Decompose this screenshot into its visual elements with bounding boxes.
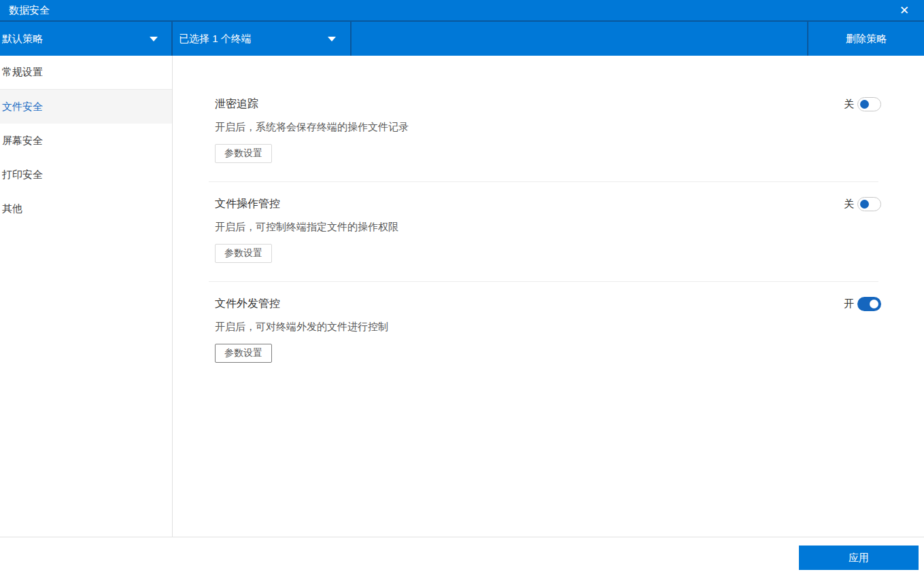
setting-description: 开启后，可对终端外发的文件进行控制 xyxy=(215,320,881,334)
chevron-down-icon xyxy=(328,37,336,41)
setting-description: 开启后，可控制终端指定文件的操作权限 xyxy=(215,220,881,234)
sidebar-item-label: 其他 xyxy=(2,202,22,215)
setting-title: 文件外发管控 xyxy=(215,298,881,309)
toggle-state-label: 关 xyxy=(844,198,854,211)
close-button[interactable]: ✕ xyxy=(891,0,917,20)
setting-title: 文件操作管控 xyxy=(215,198,881,209)
terminal-dropdown-label: 已选择 1 个终端 xyxy=(179,33,252,46)
section-divider xyxy=(209,181,878,182)
terminal-dropdown[interactable]: 已选择 1 个终端 xyxy=(173,22,352,56)
setting-section-file-operation-control: 文件操作管控 关 开启后，可控制终端指定文件的操作权限 参数设置 xyxy=(215,198,881,263)
toggle-row: 关 xyxy=(844,197,881,211)
sidebar-item-file-security[interactable]: 文件安全 xyxy=(0,90,172,124)
apply-button[interactable]: 应用 xyxy=(799,546,919,570)
toggle-knob xyxy=(860,200,869,209)
toggle-row: 关 xyxy=(844,97,881,111)
sidebar-item-label: 屏幕安全 xyxy=(2,135,43,147)
chevron-down-icon xyxy=(150,37,158,41)
close-icon: ✕ xyxy=(900,5,909,16)
param-settings-button[interactable]: 参数设置 xyxy=(215,144,272,163)
titlebar: 数据安全 ✕ xyxy=(0,0,924,20)
setting-title: 泄密追踪 xyxy=(215,99,881,109)
footer: 应用 xyxy=(0,537,924,572)
sidebar-item-print-security[interactable]: 打印安全 xyxy=(0,158,172,192)
sidebar-item-general-settings[interactable]: 常规设置 xyxy=(0,56,172,90)
sidebar-item-label: 文件安全 xyxy=(2,101,43,113)
param-settings-button[interactable]: 参数设置 xyxy=(215,244,272,263)
toolbar-spacer xyxy=(352,22,807,56)
policy-dropdown[interactable]: 默认策略 xyxy=(0,22,173,56)
toggle-row: 开 xyxy=(844,297,881,311)
section-divider xyxy=(209,281,878,282)
sidebar-item-label: 打印安全 xyxy=(2,168,43,181)
toolbar: 默认策略 已选择 1 个终端 删除策略 xyxy=(0,20,924,56)
sidebar-item-screen-security[interactable]: 屏幕安全 xyxy=(0,124,172,158)
setting-description: 开启后，系统将会保存终端的操作文件记录 xyxy=(215,120,881,134)
setting-section-file-outgoing-control: 文件外发管控 开 开启后，可对终端外发的文件进行控制 参数设置 xyxy=(215,298,881,363)
param-settings-button[interactable]: 参数设置 xyxy=(215,344,272,363)
toggle-state-label: 开 xyxy=(844,298,854,310)
sidebar: 常规设置 文件安全 屏幕安全 打印安全 其他 xyxy=(0,56,173,537)
leak-tracking-toggle[interactable] xyxy=(857,97,881,111)
window-title: 数据安全 xyxy=(9,4,50,17)
policy-dropdown-label: 默认策略 xyxy=(2,33,43,46)
toggle-state-label: 关 xyxy=(844,98,854,111)
toggle-knob xyxy=(870,300,878,308)
delete-policy-button[interactable]: 删除策略 xyxy=(807,22,924,56)
settings-panel: 泄密追踪 关 开启后，系统将会保存终端的操作文件记录 参数设置 文件操作管控 关… xyxy=(173,56,924,537)
body: 常规设置 文件安全 屏幕安全 打印安全 其他 泄密追踪 关 开 xyxy=(0,56,924,537)
data-security-window: 数据安全 ✕ 默认策略 已选择 1 个终端 删除策略 常规设置 文件安全 屏幕安… xyxy=(0,0,924,572)
file-operation-control-toggle[interactable] xyxy=(857,197,881,211)
toggle-knob xyxy=(860,100,869,109)
setting-section-leak-tracking: 泄密追踪 关 开启后，系统将会保存终端的操作文件记录 参数设置 xyxy=(215,99,881,163)
file-outgoing-control-toggle[interactable] xyxy=(857,297,881,311)
sidebar-item-other[interactable]: 其他 xyxy=(0,192,172,226)
sidebar-item-label: 常规设置 xyxy=(2,66,43,79)
